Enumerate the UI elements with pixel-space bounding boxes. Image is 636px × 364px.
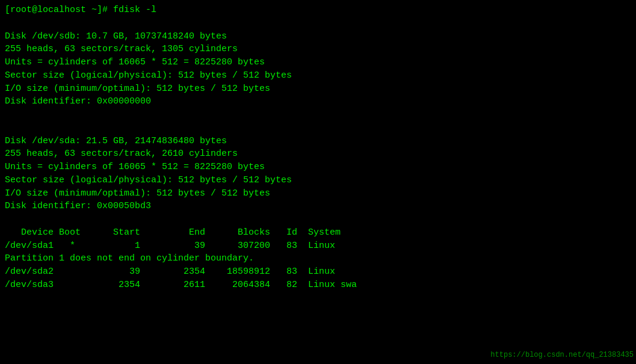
- prompt-line: [root@localhost ~]# fdisk -l: [5, 4, 631, 17]
- watermark: https://blog.csdn.net/qq_21383435: [490, 351, 634, 359]
- partition-warning-line: Partition 1 does not end on cylinder bou…: [5, 252, 631, 265]
- sda-io-size-line: I/O size (minimum/optimal): 512 bytes / …: [5, 187, 631, 200]
- sda-units-line: Units = cylinders of 16065 * 512 = 82252…: [5, 161, 631, 174]
- partition-header-line: Device Boot Start End Blocks Id System: [5, 226, 631, 239]
- sda-disk-line: Disk /dev/sda: 21.5 GB, 21474836480 byte…: [5, 135, 631, 148]
- sda2-line: /dev/sda2 39 2354 18598912 83 Linux: [5, 265, 631, 279]
- sdb-sector-size-line: Sector size (logical/physical): 512 byte…: [5, 69, 631, 82]
- sda-sector-size-line: Sector size (logical/physical): 512 byte…: [5, 174, 631, 187]
- sda3-line: /dev/sda3 2354 2611 2064384 82 Linux swa: [5, 279, 631, 292]
- sdb-units-line: Units = cylinders of 16065 * 512 = 82252…: [5, 56, 631, 69]
- sda-heads-line: 255 heads, 63 sectors/track, 2610 cylind…: [5, 147, 631, 161]
- empty-line-3: [5, 122, 631, 135]
- sdb-io-size-line: I/O size (minimum/optimal): 512 bytes / …: [5, 82, 631, 96]
- sda-identifier-line: Disk identifier: 0x00050bd3: [5, 200, 631, 213]
- sdb-heads-line: 255 heads, 63 sectors/track, 1305 cylind…: [5, 43, 631, 56]
- empty-line-1: [5, 17, 631, 30]
- sda1-line: /dev/sda1 * 1 39 307200 83 Linux: [5, 239, 631, 253]
- terminal-window: [root@localhost ~]# fdisk -l Disk /dev/s…: [0, 0, 636, 364]
- sdb-disk-line: Disk /dev/sdb: 10.7 GB, 10737418240 byte…: [5, 30, 631, 43]
- empty-line-4: [5, 213, 631, 226]
- sdb-identifier-line: Disk identifier: 0x00000000: [5, 95, 631, 108]
- empty-line-2: [5, 108, 631, 122]
